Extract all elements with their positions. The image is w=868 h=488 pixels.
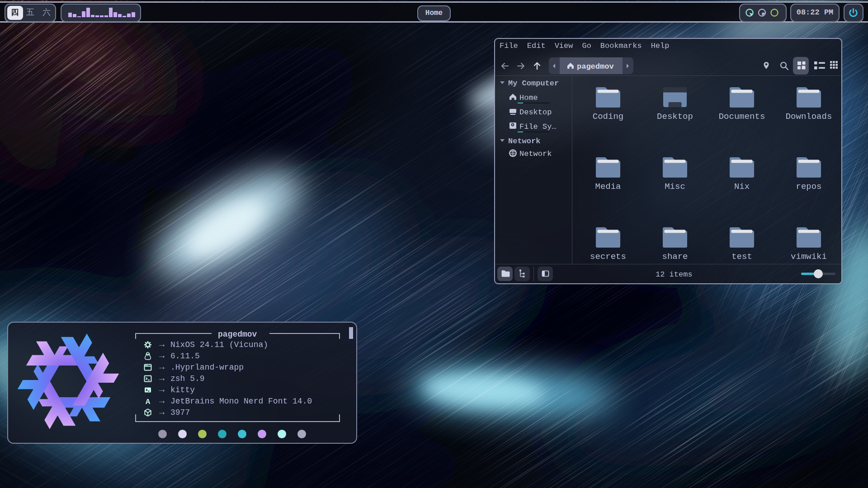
svg-text:My Computer: My Computer [508,79,559,88]
svg-text:Desktop: Desktop [519,108,552,117]
svg-text:Network: Network [519,150,552,158]
svg-text:File Sy…: File Sy… [519,122,557,131]
svg-text:Home: Home [519,94,538,102]
svg-text:pagedmov: pagedmov [218,330,257,339]
svg-text:pagedmov: pagedmov [577,62,614,71]
svg-text:Network: Network [508,137,540,145]
svg-text:12 items: 12 items [656,270,693,279]
svg-text:A: A [146,398,151,406]
